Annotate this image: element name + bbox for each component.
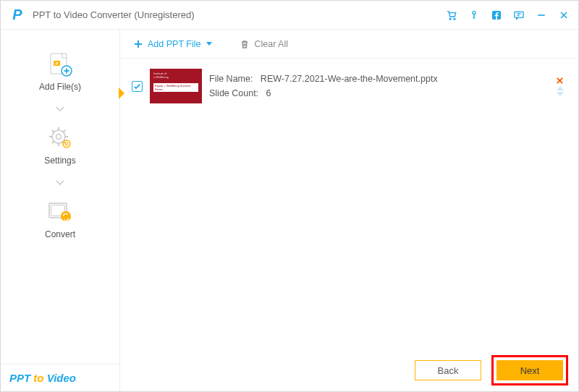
trash-icon <box>240 39 250 49</box>
plus-icon <box>133 39 143 49</box>
sidebar-item-label: Add File(s) <box>39 82 81 92</box>
sidebar: P Add File(s) <box>1 30 120 391</box>
svg-point-28 <box>61 211 71 221</box>
app-logo-icon: P <box>9 7 25 23</box>
next-button-highlight: Next <box>491 355 568 385</box>
sidebar-item-add-files[interactable]: P Add File(s) <box>39 47 81 98</box>
clear-all-button[interactable]: Clear All <box>240 39 288 49</box>
feedback-icon[interactable] <box>513 9 525 21</box>
key-icon[interactable] <box>468 9 480 21</box>
sidebar-item-label: Convert <box>45 229 75 239</box>
sidebar-item-label: Settings <box>44 155 75 166</box>
svg-point-25 <box>65 142 68 145</box>
svg-point-24 <box>63 140 70 148</box>
back-button[interactable]: Back <box>415 360 481 380</box>
svg-point-15 <box>56 135 61 140</box>
next-button-label: Next <box>520 365 540 376</box>
sidebar-item-convert[interactable]: Convert <box>45 195 75 245</box>
gear-icon <box>46 125 75 151</box>
svg-point-2 <box>473 11 476 14</box>
move-up-icon[interactable] <box>557 86 564 90</box>
svg-point-14 <box>52 130 65 143</box>
file-info: File Name: REW-7.27.2021-We-are-the-Move… <box>209 74 438 98</box>
svg-point-0 <box>449 18 451 20</box>
sidebar-brand: PPT to Video <box>1 364 119 391</box>
back-button-label: Back <box>438 365 459 376</box>
file-row-checkbox[interactable] <box>132 81 143 92</box>
file-name-value: REW-7.27.2021-We-are-the-Movement.pptx <box>261 74 438 84</box>
title-bar: P PPT to Video Converter (Unregistered) <box>1 1 578 30</box>
close-icon[interactable] <box>558 9 570 21</box>
sidebar-item-settings[interactable]: Settings <box>44 121 75 171</box>
file-row: Institute ofa Wellbeing Equity + WellBei… <box>127 64 571 108</box>
facebook-icon[interactable] <box>491 9 502 21</box>
dropdown-caret-icon <box>206 42 212 46</box>
slide-thumbnail: Institute ofa Wellbeing Equity + WellBei… <box>150 69 202 103</box>
titlebar-actions <box>446 9 570 21</box>
next-button[interactable]: Next <box>496 360 563 380</box>
footer-buttons: Back Next <box>120 349 578 391</box>
svg-point-1 <box>454 18 455 20</box>
chevron-down-icon <box>55 179 65 187</box>
convert-icon <box>46 199 75 225</box>
add-file-icon: P <box>46 51 75 77</box>
svg-rect-4 <box>515 12 523 17</box>
cart-icon[interactable] <box>446 9 457 21</box>
slide-count-label: Slide Count: <box>209 88 258 98</box>
clear-all-label: Clear All <box>254 39 288 49</box>
content-area: Add PPT File Clear All Institute of <box>120 30 578 391</box>
svg-line-22 <box>63 130 65 132</box>
add-ppt-file-label: Add PPT File <box>148 39 200 49</box>
remove-file-icon[interactable] <box>556 77 564 85</box>
file-row-actions <box>556 77 567 96</box>
svg-text:P: P <box>55 61 58 66</box>
slide-count-value: 6 <box>266 88 271 98</box>
file-list: Institute ofa Wellbeing Equity + WellBei… <box>120 59 578 349</box>
active-step-pointer-icon <box>119 88 124 99</box>
brand-video: Video <box>47 372 76 384</box>
chevron-down-icon <box>55 105 65 114</box>
brand-ppt: PPT <box>9 372 30 384</box>
file-name-label: File Name: <box>209 74 253 84</box>
file-toolbar: Add PPT File Clear All <box>120 30 578 59</box>
move-down-icon[interactable] <box>557 92 564 96</box>
add-ppt-file-button[interactable]: Add PPT File <box>133 39 212 49</box>
svg-line-20 <box>52 130 54 132</box>
app-window: P PPT to Video Converter (Unregistered) <box>0 0 579 392</box>
brand-to: to <box>33 372 43 384</box>
svg-line-23 <box>52 142 54 144</box>
app-title: PPT to Video Converter (Unregistered) <box>33 9 195 20</box>
minimize-icon[interactable] <box>536 9 547 21</box>
